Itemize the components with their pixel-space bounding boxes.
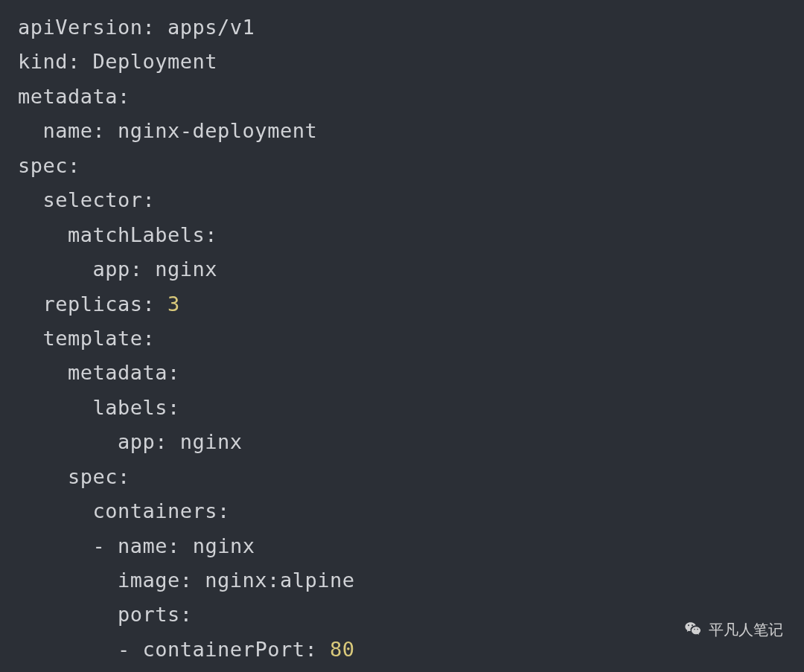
yaml-line: metadata: [18,85,130,108]
yaml-line: matchLabels: [18,223,217,246]
yaml-value: nginx [193,534,255,557]
yaml-key: containerPort [143,638,305,661]
yaml-key: metadata [18,85,118,108]
yaml-code-block: apiVersion: apps/v1 kind: Deployment met… [18,10,786,667]
yaml-line: - containerPort: 80 [18,638,354,661]
yaml-key: spec [68,465,118,488]
yaml-dash: - [118,638,130,661]
yaml-key: name [43,119,93,142]
yaml-key: ports [118,603,180,626]
yaml-key: spec [18,154,68,177]
yaml-number: 3 [168,292,180,316]
watermark-text: 平凡人笔记 [709,617,783,642]
yaml-line: containers: [18,499,230,522]
yaml-line: spec: [18,465,130,488]
yaml-key: labels [93,396,168,419]
yaml-line: apiVersion: apps/v1 [18,16,255,39]
yaml-value: nginx:alpine [205,569,354,592]
yaml-key: selector [43,188,143,211]
wechat-icon [683,620,703,639]
watermark: 平凡人笔记 [683,617,783,642]
yaml-line: image: nginx:alpine [18,569,354,592]
yaml-value: apps/v1 [168,16,255,39]
yaml-line: name: nginx-deployment [18,119,317,142]
yaml-line: ports: [18,603,193,626]
yaml-line: - name: nginx [18,534,255,557]
yaml-number: 80 [330,638,355,661]
yaml-line: selector: [18,188,155,211]
yaml-line: template: [18,327,155,350]
yaml-key: containers [93,499,218,522]
yaml-key: app [118,430,155,453]
yaml-line: app: nginx [18,430,243,453]
yaml-line: app: nginx [18,257,217,281]
yaml-value: nginx [155,257,217,281]
yaml-line: metadata: [18,361,180,384]
yaml-line: spec: [18,154,80,177]
yaml-key: app [93,257,130,281]
yaml-key: image [118,569,180,592]
yaml-key: name [118,534,168,557]
yaml-line: labels: [18,396,180,419]
yaml-key: apiVersion [18,16,143,39]
yaml-key: matchLabels [68,223,205,246]
yaml-dash: - [93,534,106,557]
yaml-line: replicas: 3 [18,292,180,316]
yaml-value: Deployment [93,50,218,73]
yaml-value: nginx-deployment [118,119,317,142]
yaml-key: kind [18,50,68,73]
yaml-key: template [43,327,143,350]
yaml-key: replicas [43,292,143,316]
yaml-line: kind: Deployment [18,50,217,73]
yaml-value: nginx [180,430,243,453]
yaml-key: metadata [68,361,168,384]
